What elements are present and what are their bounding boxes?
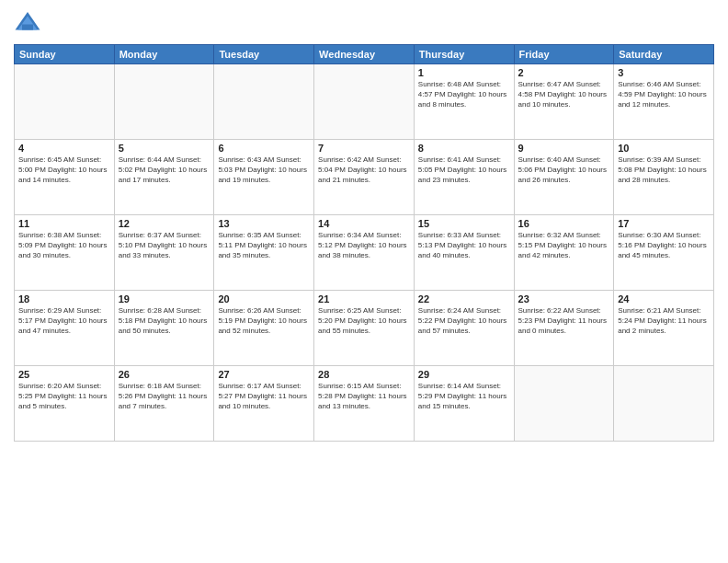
day-number: 3 <box>618 67 710 78</box>
day-number: 22 <box>418 293 510 304</box>
day-number: 21 <box>318 293 410 304</box>
day-info: Sunrise: 6:39 AM Sunset: 5:08 PM Dayligh… <box>618 155 710 185</box>
day-info: Sunrise: 6:30 AM Sunset: 5:16 PM Dayligh… <box>618 231 710 260</box>
day-cell: 3Sunrise: 6:46 AM Sunset: 4:59 PM Daylig… <box>614 64 714 140</box>
day-info: Sunrise: 6:28 AM Sunset: 5:18 PM Dayligh… <box>119 306 210 336</box>
day-number: 17 <box>618 218 710 229</box>
day-cell: 2Sunrise: 6:47 AM Sunset: 4:58 PM Daylig… <box>514 64 614 140</box>
day-cell: 9Sunrise: 6:40 AM Sunset: 5:06 PM Daylig… <box>514 140 614 215</box>
week-row-3: 18Sunrise: 6:29 AM Sunset: 5:17 PM Dayli… <box>15 291 714 366</box>
day-number: 20 <box>218 293 310 304</box>
day-cell <box>314 64 415 140</box>
day-number: 9 <box>518 143 610 154</box>
day-info: Sunrise: 6:32 AM Sunset: 5:15 PM Dayligh… <box>518 231 610 260</box>
col-header-tuesday: Tuesday <box>214 45 314 64</box>
day-number: 16 <box>518 218 610 229</box>
day-info: Sunrise: 6:42 AM Sunset: 5:04 PM Dayligh… <box>318 155 410 185</box>
day-number: 26 <box>119 369 210 380</box>
day-info: Sunrise: 6:34 AM Sunset: 5:12 PM Dayligh… <box>318 231 410 260</box>
logo <box>14 9 45 37</box>
day-cell: 18Sunrise: 6:29 AM Sunset: 5:17 PM Dayli… <box>15 291 115 366</box>
week-row-1: 4Sunrise: 6:45 AM Sunset: 5:00 PM Daylig… <box>15 140 714 215</box>
day-info: Sunrise: 6:18 AM Sunset: 5:26 PM Dayligh… <box>119 382 210 411</box>
header-row: SundayMondayTuesdayWednesdayThursdayFrid… <box>15 45 714 64</box>
day-number: 10 <box>618 143 710 154</box>
day-cell: 6Sunrise: 6:43 AM Sunset: 5:03 PM Daylig… <box>214 140 314 215</box>
day-number: 2 <box>518 67 610 78</box>
day-cell: 14Sunrise: 6:34 AM Sunset: 5:12 PM Dayli… <box>314 215 415 291</box>
day-info: Sunrise: 6:17 AM Sunset: 5:27 PM Dayligh… <box>218 382 310 411</box>
day-info: Sunrise: 6:26 AM Sunset: 5:19 PM Dayligh… <box>218 306 310 336</box>
day-number: 11 <box>18 218 110 229</box>
col-header-monday: Monday <box>114 45 214 64</box>
day-info: Sunrise: 6:38 AM Sunset: 5:09 PM Dayligh… <box>18 231 110 260</box>
day-number: 8 <box>418 143 510 154</box>
day-cell: 5Sunrise: 6:44 AM Sunset: 5:02 PM Daylig… <box>114 140 214 215</box>
day-number: 23 <box>518 293 610 304</box>
day-info: Sunrise: 6:25 AM Sunset: 5:20 PM Dayligh… <box>318 306 410 336</box>
col-header-friday: Friday <box>514 45 614 64</box>
day-info: Sunrise: 6:45 AM Sunset: 5:00 PM Dayligh… <box>18 155 110 185</box>
day-info: Sunrise: 6:46 AM Sunset: 4:59 PM Dayligh… <box>618 80 710 109</box>
day-info: Sunrise: 6:24 AM Sunset: 5:22 PM Dayligh… <box>418 306 510 336</box>
week-row-2: 11Sunrise: 6:38 AM Sunset: 5:09 PM Dayli… <box>15 215 714 291</box>
day-cell: 7Sunrise: 6:42 AM Sunset: 5:04 PM Daylig… <box>314 140 415 215</box>
day-info: Sunrise: 6:22 AM Sunset: 5:23 PM Dayligh… <box>518 306 610 336</box>
day-number: 19 <box>119 293 210 304</box>
col-header-saturday: Saturday <box>614 45 714 64</box>
day-number: 12 <box>119 218 210 229</box>
day-cell <box>114 64 214 140</box>
day-info: Sunrise: 6:20 AM Sunset: 5:25 PM Dayligh… <box>18 382 110 411</box>
day-cell: 17Sunrise: 6:30 AM Sunset: 5:16 PM Dayli… <box>614 215 714 291</box>
day-cell <box>214 64 314 140</box>
day-cell: 26Sunrise: 6:18 AM Sunset: 5:26 PM Dayli… <box>114 366 214 442</box>
day-number: 25 <box>18 369 110 380</box>
day-info: Sunrise: 6:14 AM Sunset: 5:29 PM Dayligh… <box>418 382 510 411</box>
day-cell: 29Sunrise: 6:14 AM Sunset: 5:29 PM Dayli… <box>414 366 514 442</box>
day-number: 13 <box>218 218 310 229</box>
day-cell: 23Sunrise: 6:22 AM Sunset: 5:23 PM Dayli… <box>514 291 614 366</box>
day-info: Sunrise: 6:41 AM Sunset: 5:05 PM Dayligh… <box>418 155 510 185</box>
day-info: Sunrise: 6:15 AM Sunset: 5:28 PM Dayligh… <box>318 382 410 411</box>
day-cell: 27Sunrise: 6:17 AM Sunset: 5:27 PM Dayli… <box>214 366 314 442</box>
day-number: 1 <box>418 67 510 78</box>
day-cell: 11Sunrise: 6:38 AM Sunset: 5:09 PM Dayli… <box>15 215 115 291</box>
day-info: Sunrise: 6:33 AM Sunset: 5:13 PM Dayligh… <box>418 231 510 260</box>
day-number: 4 <box>18 143 110 154</box>
day-info: Sunrise: 6:48 AM Sunset: 4:57 PM Dayligh… <box>418 80 510 109</box>
day-cell: 16Sunrise: 6:32 AM Sunset: 5:15 PM Dayli… <box>514 215 614 291</box>
page: SundayMondayTuesdayWednesdayThursdayFrid… <box>0 0 728 563</box>
week-row-4: 25Sunrise: 6:20 AM Sunset: 5:25 PM Dayli… <box>15 366 714 442</box>
day-cell <box>614 366 714 442</box>
day-number: 27 <box>218 369 310 380</box>
day-number: 28 <box>318 369 410 380</box>
day-cell: 24Sunrise: 6:21 AM Sunset: 5:24 PM Dayli… <box>614 291 714 366</box>
day-number: 6 <box>218 143 310 154</box>
header <box>14 9 714 37</box>
svg-rect-2 <box>22 25 33 30</box>
logo-icon <box>14 9 41 37</box>
day-number: 29 <box>418 369 510 380</box>
day-cell: 25Sunrise: 6:20 AM Sunset: 5:25 PM Dayli… <box>15 366 115 442</box>
day-info: Sunrise: 6:37 AM Sunset: 5:10 PM Dayligh… <box>119 231 210 260</box>
col-header-sunday: Sunday <box>15 45 115 64</box>
day-info: Sunrise: 6:35 AM Sunset: 5:11 PM Dayligh… <box>218 231 310 260</box>
day-cell: 28Sunrise: 6:15 AM Sunset: 5:28 PM Dayli… <box>314 366 415 442</box>
day-number: 18 <box>18 293 110 304</box>
day-cell <box>514 366 614 442</box>
day-number: 15 <box>418 218 510 229</box>
calendar-table: SundayMondayTuesdayWednesdayThursdayFrid… <box>14 44 714 442</box>
day-number: 14 <box>318 218 410 229</box>
day-cell: 21Sunrise: 6:25 AM Sunset: 5:20 PM Dayli… <box>314 291 415 366</box>
day-cell: 15Sunrise: 6:33 AM Sunset: 5:13 PM Dayli… <box>414 215 514 291</box>
day-number: 24 <box>618 293 710 304</box>
day-cell: 1Sunrise: 6:48 AM Sunset: 4:57 PM Daylig… <box>414 64 514 140</box>
day-number: 7 <box>318 143 410 154</box>
day-info: Sunrise: 6:44 AM Sunset: 5:02 PM Dayligh… <box>119 155 210 185</box>
day-number: 5 <box>119 143 210 154</box>
day-cell: 8Sunrise: 6:41 AM Sunset: 5:05 PM Daylig… <box>414 140 514 215</box>
day-cell: 22Sunrise: 6:24 AM Sunset: 5:22 PM Dayli… <box>414 291 514 366</box>
day-cell: 19Sunrise: 6:28 AM Sunset: 5:18 PM Dayli… <box>114 291 214 366</box>
day-info: Sunrise: 6:40 AM Sunset: 5:06 PM Dayligh… <box>518 155 610 185</box>
day-cell: 12Sunrise: 6:37 AM Sunset: 5:10 PM Dayli… <box>114 215 214 291</box>
